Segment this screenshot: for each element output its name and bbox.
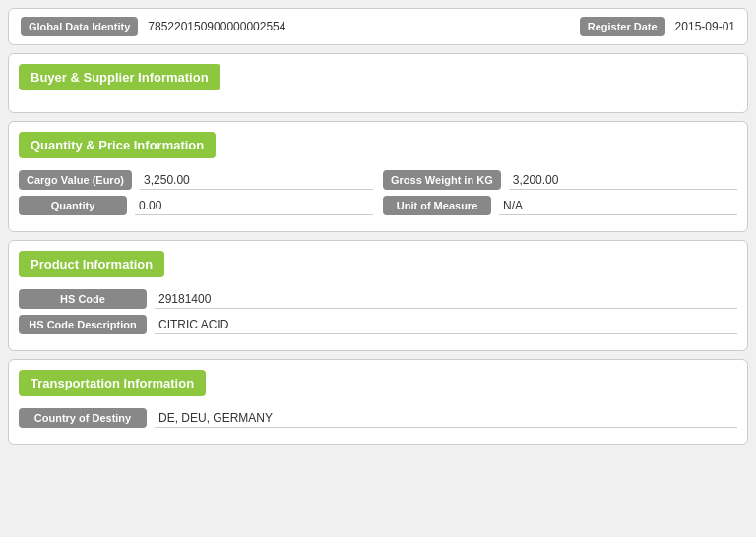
quantity-label: Quantity xyxy=(19,196,127,215)
transportation-title: Transportation Information xyxy=(19,370,206,396)
quantity-uom-row: Quantity Unit of Measure xyxy=(19,196,737,215)
buyer-supplier-title: Buyer & Supplier Information xyxy=(19,64,220,90)
gross-weight-label: Gross Weight in KG xyxy=(383,170,501,190)
hs-code-row: HS Code xyxy=(19,289,737,309)
unit-of-measure-group: Unit of Measure xyxy=(383,196,737,215)
hs-code-desc-input[interactable] xyxy=(155,316,737,334)
cargo-value-label: Cargo Value (Euro) xyxy=(19,170,132,190)
buyer-supplier-section: Buyer & Supplier Information xyxy=(8,53,748,113)
transportation-body: Country of Destiny xyxy=(9,404,747,444)
cargo-gross-row: Cargo Value (Euro) Gross Weight in KG xyxy=(19,170,737,190)
quantity-price-title: Quantity & Price Information xyxy=(19,132,216,158)
hs-code-desc-label: HS Code Description xyxy=(19,315,147,334)
buyer-supplier-body xyxy=(9,98,747,112)
register-date-label: Register Date xyxy=(580,17,665,36)
global-data-identity-label: Global Data Identity xyxy=(21,17,138,36)
cargo-value-group: Cargo Value (Euro) xyxy=(19,170,373,190)
product-title: Product Information xyxy=(19,251,164,277)
country-of-destiny-input[interactable] xyxy=(155,409,737,428)
page-container: Global Data Identity 7852201509000000025… xyxy=(0,0,756,537)
gross-weight-input[interactable] xyxy=(509,171,737,190)
country-of-destiny-row: Country of Destiny xyxy=(19,408,737,428)
transportation-section: Transportation Information Country of De… xyxy=(8,359,748,445)
gross-weight-group: Gross Weight in KG xyxy=(383,170,737,190)
quantity-input[interactable] xyxy=(135,197,373,215)
hs-code-label: HS Code xyxy=(19,289,147,309)
unit-of-measure-input[interactable] xyxy=(499,197,737,215)
register-date-value: 2015-09-01 xyxy=(675,20,735,33)
hs-code-desc-row: HS Code Description xyxy=(19,315,737,334)
global-data-identity-value: 785220150900000002554 xyxy=(148,20,569,33)
hs-code-input[interactable] xyxy=(155,290,737,309)
product-section: Product Information HS Code HS Code Desc… xyxy=(8,240,748,351)
country-of-destiny-label: Country of Destiny xyxy=(19,408,147,428)
identity-card: Global Data Identity 7852201509000000025… xyxy=(8,8,748,45)
unit-of-measure-label: Unit of Measure xyxy=(383,196,491,215)
cargo-value-input[interactable] xyxy=(140,171,373,190)
quantity-price-section: Quantity & Price Information Cargo Value… xyxy=(8,121,748,232)
quantity-group: Quantity xyxy=(19,196,373,215)
product-body: HS Code HS Code Description xyxy=(9,285,747,350)
quantity-price-body: Cargo Value (Euro) Gross Weight in KG Qu… xyxy=(9,166,747,231)
